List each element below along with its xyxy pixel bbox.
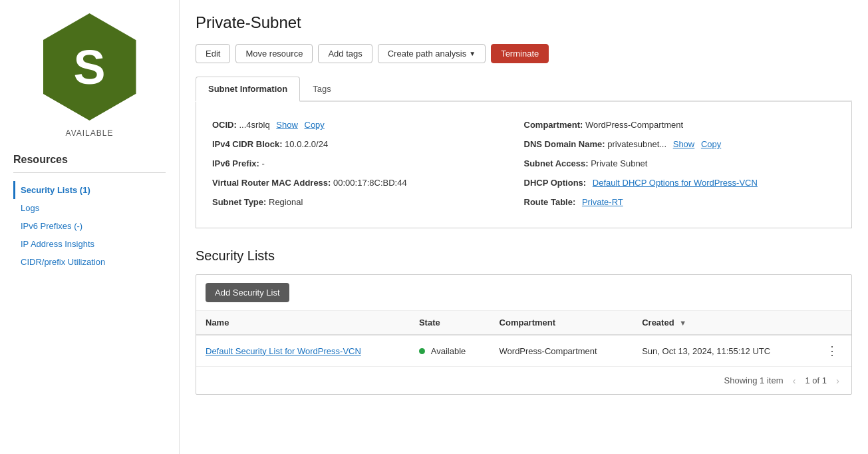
row-name: Default Security List for WordPress-VCN — [196, 335, 410, 366]
security-lists-title: Security Lists — [196, 248, 852, 264]
row-menu-cell: ⋮ — [813, 335, 851, 366]
col-name: Name — [196, 311, 410, 335]
row-menu-button[interactable]: ⋮ — [822, 342, 842, 359]
resources-title: Resources — [13, 154, 166, 166]
sidebar-nav: Security Lists (1) Logs IPv6 Prefixes (-… — [13, 181, 166, 271]
sidebar: S AVAILABLE Resources Security Lists (1)… — [0, 0, 180, 454]
table-header: Name State Compartment Created ▼ — [196, 311, 851, 335]
row-created: Sun, Oct 13, 2024, 11:55:12 UTC — [633, 335, 813, 366]
subnet-type-label: Subnet Type: — [212, 197, 266, 207]
dns-copy-link[interactable]: Copy — [701, 139, 721, 149]
terminate-button[interactable]: Terminate — [491, 44, 549, 63]
edit-button[interactable]: Edit — [196, 44, 230, 63]
showing-count: Showing 1 item — [724, 375, 784, 385]
state-dot-icon — [419, 348, 425, 354]
ipv4-row: IPv4 CIDR Block: 10.0.2.0/24 — [212, 134, 524, 154]
subnet-type-value: Regional — [269, 197, 303, 207]
security-toolbar: Add Security List — [196, 275, 851, 311]
col-created[interactable]: Created ▼ — [633, 311, 813, 335]
dns-show-link[interactable]: Show — [673, 139, 695, 149]
move-resource-button[interactable]: Move resource — [235, 44, 313, 63]
sidebar-link-logs[interactable]: Logs — [21, 203, 39, 213]
security-lists-container: Add Security List Name State Compartment — [196, 274, 852, 395]
dhcp-label: DHCP Options: — [524, 178, 587, 188]
hex-letter: S — [73, 40, 105, 95]
status-label: AVAILABLE — [66, 128, 114, 138]
mac-value: 00:00:17:8C:BD:44 — [333, 178, 407, 188]
ocid-copy-link[interactable]: Copy — [305, 120, 325, 130]
create-path-analysis-button[interactable]: Create path analysis ▼ — [378, 44, 486, 63]
page-info: 1 of 1 — [805, 375, 827, 385]
hex-shape: S — [43, 13, 136, 120]
action-bar: Edit Move resource Add tags Create path … — [196, 44, 852, 63]
sidebar-item-cidr[interactable]: CIDR/prefix Utilization — [13, 253, 166, 271]
subnet-access-label: Subnet Access: — [524, 158, 589, 168]
subnet-info-panel: OCID: ...4srblq Show Copy IPv4 CIDR Bloc… — [196, 102, 852, 228]
sidebar-item-security-lists[interactable]: Security Lists (1) — [13, 181, 166, 199]
chevron-down-icon: ▼ — [469, 50, 476, 57]
security-lists-table: Name State Compartment Created ▼ — [196, 311, 851, 366]
main-content: Private-Subnet Edit Move resource Add ta… — [180, 0, 868, 454]
ocid-value: ...4srblq — [239, 120, 269, 130]
row-state-text: Available — [431, 346, 466, 356]
prev-page-button[interactable]: ‹ — [790, 373, 798, 387]
route-table-row: Route Table: Private-RT — [524, 192, 836, 212]
ocid-label: OCID: — [212, 120, 237, 130]
dhcp-link[interactable]: Default DHCP Options for WordPress-VCN — [593, 178, 758, 188]
ipv4-value: 10.0.2.0/24 — [285, 139, 328, 149]
route-table-label: Route Table: — [524, 197, 576, 207]
ipv6-value: - — [261, 158, 264, 168]
hex-icon: S — [43, 13, 136, 120]
sidebar-link-ipv6[interactable]: IPv6 Prefixes (-) — [21, 221, 82, 231]
next-page-button[interactable]: › — [833, 373, 842, 387]
info-left-col: OCID: ...4srblq Show Copy IPv4 CIDR Bloc… — [212, 115, 524, 212]
dns-value: privatesubnet... — [607, 139, 666, 149]
add-security-list-button[interactable]: Add Security List — [206, 283, 289, 302]
compartment-row: Compartment: WordPress-Compartment — [524, 115, 836, 134]
sidebar-item-logs[interactable]: Logs — [13, 199, 166, 217]
create-path-analysis-label: Create path analysis — [388, 49, 467, 59]
sidebar-item-ip-insights[interactable]: IP Address Insights — [13, 235, 166, 253]
compartment-label: Compartment: — [524, 120, 583, 130]
subnet-type-row: Subnet Type: Regional — [212, 192, 524, 212]
security-list-link[interactable]: Default Security List for WordPress-VCN — [206, 346, 361, 356]
compartment-value: WordPress-Compartment — [585, 120, 683, 130]
table-row: Default Security List for WordPress-VCN … — [196, 335, 851, 366]
mac-label: Virtual Router MAC Address: — [212, 178, 331, 188]
sidebar-link-ip-insights[interactable]: IP Address Insights — [21, 239, 94, 249]
dns-label: DNS Domain Name: — [524, 139, 605, 149]
ocid-row: OCID: ...4srblq Show Copy — [212, 115, 524, 134]
sidebar-link-security-lists[interactable]: Security Lists (1) — [21, 185, 90, 195]
tab-bar: Subnet Information Tags — [196, 77, 852, 102]
mac-row: Virtual Router MAC Address: 00:00:17:8C:… — [212, 173, 524, 192]
ipv6-label: IPv6 Prefix: — [212, 158, 259, 168]
pagination-row: Showing 1 item ‹ 1 of 1 › — [196, 366, 851, 394]
info-right-col: Compartment: WordPress-Compartment DNS D… — [524, 115, 836, 212]
col-compartment: Compartment — [490, 311, 633, 335]
page-title: Private-Subnet — [196, 13, 852, 32]
row-compartment: WordPress-Compartment — [490, 335, 633, 366]
route-table-link[interactable]: Private-RT — [582, 197, 623, 207]
col-actions-header — [813, 311, 851, 335]
ipv4-label: IPv4 CIDR Block: — [212, 139, 282, 149]
subnet-access-value: Private Subnet — [591, 158, 647, 168]
dhcp-row: DHCP Options: Default DHCP Options for W… — [524, 173, 836, 192]
table-body: Default Security List for WordPress-VCN … — [196, 335, 851, 366]
col-state: State — [410, 311, 490, 335]
info-grid: OCID: ...4srblq Show Copy IPv4 CIDR Bloc… — [212, 115, 835, 212]
ocid-show-link[interactable]: Show — [276, 120, 298, 130]
subnet-access-row: Subnet Access: Private Subnet — [524, 154, 836, 173]
tab-tags[interactable]: Tags — [300, 77, 343, 102]
tab-subnet-information[interactable]: Subnet Information — [196, 77, 300, 102]
ipv6-row: IPv6 Prefix: - — [212, 154, 524, 173]
sidebar-link-cidr[interactable]: CIDR/prefix Utilization — [21, 257, 105, 267]
resources-section: Resources Security Lists (1) Logs IPv6 P… — [0, 154, 179, 271]
row-state: Available — [410, 335, 490, 366]
sidebar-item-ipv6[interactable]: IPv6 Prefixes (-) — [13, 217, 166, 235]
add-tags-button[interactable]: Add tags — [318, 44, 372, 63]
resources-divider — [13, 172, 166, 173]
dns-row: DNS Domain Name: privatesubnet... Show C… — [524, 134, 836, 154]
sort-icon: ▼ — [679, 319, 686, 327]
